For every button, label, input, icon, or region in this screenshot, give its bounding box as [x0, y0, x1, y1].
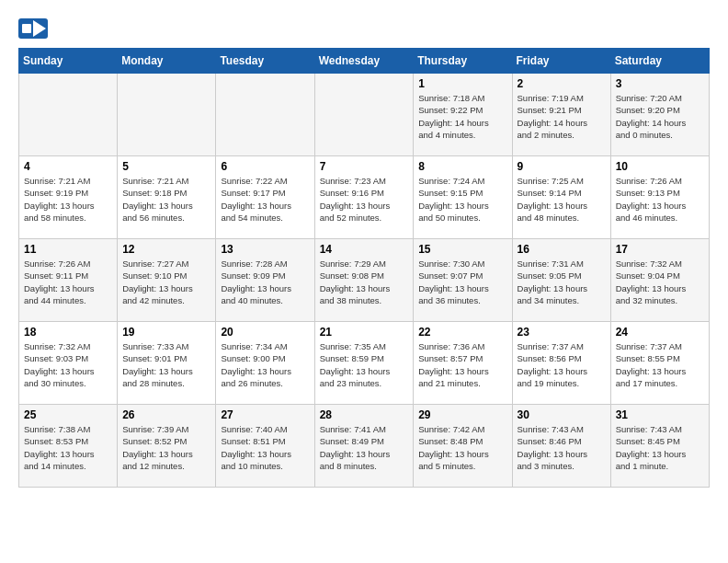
day-info: Sunrise: 7:28 AM Sunset: 9:09 PM Dayligh… — [221, 258, 309, 306]
day-number: 2 — [518, 77, 606, 90]
calendar-cell: 11Sunrise: 7:26 AM Sunset: 9:11 PM Dayli… — [19, 239, 118, 322]
day-info: Sunrise: 7:25 AM Sunset: 9:14 PM Dayligh… — [518, 175, 606, 224]
logo — [18, 18, 50, 39]
day-number: 19 — [122, 326, 210, 339]
calendar-cell: 25Sunrise: 7:38 AM Sunset: 8:53 PM Dayli… — [19, 405, 118, 488]
day-number: 31 — [616, 408, 704, 421]
calendar-cell: 27Sunrise: 7:40 AM Sunset: 8:51 PM Dayli… — [216, 405, 314, 488]
day-number: 22 — [418, 326, 506, 339]
day-number: 20 — [221, 326, 309, 339]
calendar-cell: 31Sunrise: 7:43 AM Sunset: 8:45 PM Dayli… — [610, 405, 709, 488]
day-number: 11 — [24, 243, 112, 256]
day-number: 14 — [320, 243, 409, 256]
page-header — [18, 18, 710, 39]
day-info: Sunrise: 7:26 AM Sunset: 9:11 PM Dayligh… — [24, 258, 112, 306]
day-info: Sunrise: 7:18 AM Sunset: 9:22 PM Dayligh… — [418, 92, 506, 141]
day-info: Sunrise: 7:26 AM Sunset: 9:13 PM Dayligh… — [616, 175, 704, 224]
day-info: Sunrise: 7:43 AM Sunset: 8:46 PM Dayligh… — [518, 423, 606, 472]
calendar-cell: 4Sunrise: 7:21 AM Sunset: 9:19 PM Daylig… — [19, 156, 118, 239]
calendar-cell: 20Sunrise: 7:34 AM Sunset: 9:00 PM Dayli… — [216, 322, 314, 405]
day-number: 17 — [616, 243, 704, 256]
day-info: Sunrise: 7:23 AM Sunset: 9:16 PM Dayligh… — [320, 175, 409, 224]
calendar-cell — [314, 74, 414, 156]
calendar-cell: 3Sunrise: 7:20 AM Sunset: 9:20 PM Daylig… — [610, 74, 709, 156]
day-number: 6 — [221, 160, 309, 173]
week-row-3: 11Sunrise: 7:26 AM Sunset: 9:11 PM Dayli… — [19, 239, 710, 322]
day-number: 26 — [122, 408, 210, 421]
calendar-cell: 24Sunrise: 7:37 AM Sunset: 8:55 PM Dayli… — [610, 322, 709, 405]
header-day-wednesday: Wednesday — [314, 49, 414, 74]
header-day-sunday: Sunday — [19, 49, 118, 74]
calendar-cell — [216, 74, 314, 156]
calendar-cell — [118, 74, 216, 156]
header-day-friday: Friday — [512, 49, 610, 74]
day-info: Sunrise: 7:32 AM Sunset: 9:04 PM Dayligh… — [616, 258, 704, 306]
day-info: Sunrise: 7:30 AM Sunset: 9:07 PM Dayligh… — [418, 258, 506, 306]
calendar-cell: 6Sunrise: 7:22 AM Sunset: 9:17 PM Daylig… — [216, 156, 314, 239]
day-number: 9 — [518, 160, 606, 173]
day-number: 7 — [320, 160, 409, 173]
calendar-cell: 19Sunrise: 7:33 AM Sunset: 9:01 PM Dayli… — [118, 322, 216, 405]
calendar-cell: 9Sunrise: 7:25 AM Sunset: 9:14 PM Daylig… — [512, 156, 610, 239]
calendar-cell: 17Sunrise: 7:32 AM Sunset: 9:04 PM Dayli… — [610, 239, 709, 322]
day-info: Sunrise: 7:21 AM Sunset: 9:19 PM Dayligh… — [24, 175, 112, 224]
calendar-cell: 12Sunrise: 7:27 AM Sunset: 9:10 PM Dayli… — [118, 239, 216, 322]
calendar-cell: 5Sunrise: 7:21 AM Sunset: 9:18 PM Daylig… — [118, 156, 216, 239]
header-day-monday: Monday — [118, 49, 216, 74]
calendar-cell: 16Sunrise: 7:31 AM Sunset: 9:05 PM Dayli… — [512, 239, 610, 322]
calendar-cell: 30Sunrise: 7:43 AM Sunset: 8:46 PM Dayli… — [512, 405, 610, 488]
calendar-cell: 23Sunrise: 7:37 AM Sunset: 8:56 PM Dayli… — [512, 322, 610, 405]
day-info: Sunrise: 7:38 AM Sunset: 8:53 PM Dayligh… — [24, 423, 112, 472]
calendar-cell: 21Sunrise: 7:35 AM Sunset: 8:59 PM Dayli… — [314, 322, 414, 405]
header-day-saturday: Saturday — [610, 49, 709, 74]
calendar-table: SundayMondayTuesdayWednesdayThursdayFrid… — [18, 48, 710, 488]
calendar-cell: 28Sunrise: 7:41 AM Sunset: 8:49 PM Dayli… — [314, 405, 414, 488]
day-info: Sunrise: 7:32 AM Sunset: 9:03 PM Dayligh… — [24, 340, 112, 389]
day-number: 30 — [518, 408, 606, 421]
day-number: 23 — [518, 326, 606, 339]
calendar-cell: 18Sunrise: 7:32 AM Sunset: 9:03 PM Dayli… — [19, 322, 118, 405]
calendar-cell: 2Sunrise: 7:19 AM Sunset: 9:21 PM Daylig… — [512, 74, 610, 156]
day-number: 27 — [221, 408, 309, 421]
calendar-cell: 13Sunrise: 7:28 AM Sunset: 9:09 PM Dayli… — [216, 239, 314, 322]
day-info: Sunrise: 7:19 AM Sunset: 9:21 PM Dayligh… — [518, 92, 606, 141]
day-info: Sunrise: 7:39 AM Sunset: 8:52 PM Dayligh… — [122, 423, 210, 472]
day-info: Sunrise: 7:24 AM Sunset: 9:15 PM Dayligh… — [418, 175, 506, 224]
day-number: 4 — [24, 160, 112, 173]
calendar-cell: 22Sunrise: 7:36 AM Sunset: 8:57 PM Dayli… — [414, 322, 512, 405]
day-info: Sunrise: 7:43 AM Sunset: 8:45 PM Dayligh… — [616, 423, 704, 472]
calendar-cell: 10Sunrise: 7:26 AM Sunset: 9:13 PM Dayli… — [610, 156, 709, 239]
day-info: Sunrise: 7:33 AM Sunset: 9:01 PM Dayligh… — [122, 340, 210, 389]
day-number: 8 — [418, 160, 506, 173]
day-number: 18 — [24, 326, 112, 339]
day-number: 5 — [122, 160, 210, 173]
day-number: 1 — [418, 77, 506, 90]
week-row-4: 18Sunrise: 7:32 AM Sunset: 9:03 PM Dayli… — [19, 322, 710, 405]
calendar-body: 1Sunrise: 7:18 AM Sunset: 9:22 PM Daylig… — [19, 74, 710, 488]
day-number: 24 — [616, 326, 704, 339]
calendar-cell: 29Sunrise: 7:42 AM Sunset: 8:48 PM Dayli… — [414, 405, 512, 488]
day-number: 16 — [518, 243, 606, 256]
day-info: Sunrise: 7:20 AM Sunset: 9:20 PM Dayligh… — [616, 92, 704, 141]
week-row-5: 25Sunrise: 7:38 AM Sunset: 8:53 PM Dayli… — [19, 405, 710, 488]
day-info: Sunrise: 7:34 AM Sunset: 9:00 PM Dayligh… — [221, 340, 309, 389]
day-number: 10 — [616, 160, 704, 173]
week-row-1: 1Sunrise: 7:18 AM Sunset: 9:22 PM Daylig… — [19, 74, 710, 156]
day-number: 29 — [418, 408, 506, 421]
calendar-cell: 1Sunrise: 7:18 AM Sunset: 9:22 PM Daylig… — [414, 74, 512, 156]
day-info: Sunrise: 7:36 AM Sunset: 8:57 PM Dayligh… — [418, 340, 506, 389]
week-row-2: 4Sunrise: 7:21 AM Sunset: 9:19 PM Daylig… — [19, 156, 710, 239]
calendar-cell: 7Sunrise: 7:23 AM Sunset: 9:16 PM Daylig… — [314, 156, 414, 239]
day-info: Sunrise: 7:42 AM Sunset: 8:48 PM Dayligh… — [418, 423, 506, 472]
day-number: 28 — [320, 408, 409, 421]
calendar-cell: 15Sunrise: 7:30 AM Sunset: 9:07 PM Dayli… — [414, 239, 512, 322]
day-number: 21 — [320, 326, 409, 339]
calendar-cell: 26Sunrise: 7:39 AM Sunset: 8:52 PM Dayli… — [118, 405, 216, 488]
day-number: 3 — [616, 77, 704, 90]
svg-rect-2 — [22, 24, 31, 33]
header-day-tuesday: Tuesday — [216, 49, 314, 74]
logo-icon — [18, 18, 48, 39]
header-day-thursday: Thursday — [414, 49, 512, 74]
day-info: Sunrise: 7:29 AM Sunset: 9:08 PM Dayligh… — [320, 258, 409, 306]
day-info: Sunrise: 7:27 AM Sunset: 9:10 PM Dayligh… — [122, 258, 210, 306]
